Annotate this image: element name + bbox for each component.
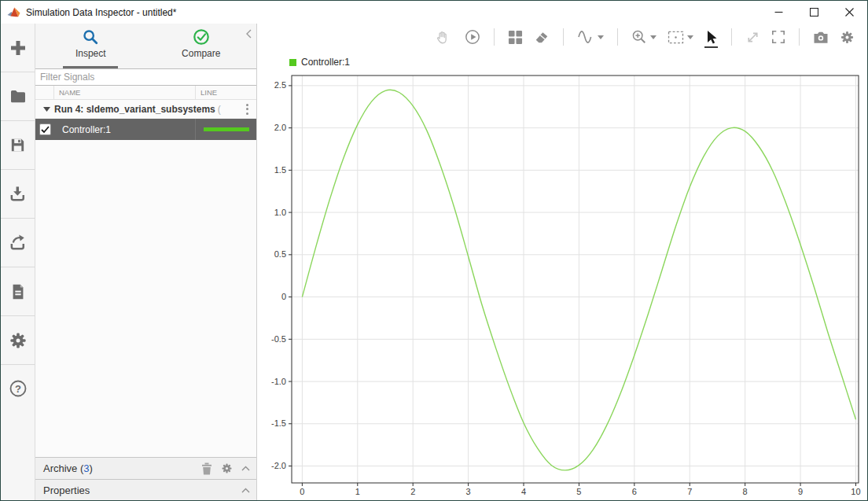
preferences-button[interactable] bbox=[1, 316, 35, 365]
settings-gear-icon bbox=[840, 30, 855, 45]
maximize-button[interactable] bbox=[796, 1, 832, 24]
pointer-icon bbox=[704, 30, 718, 45]
import-icon bbox=[9, 185, 27, 203]
help-button[interactable]: ? bbox=[1, 365, 35, 500]
minimize-icon bbox=[774, 8, 783, 17]
app-window: Simulation Data Inspector - untitled* bbox=[0, 0, 868, 501]
close-button[interactable] bbox=[832, 1, 867, 24]
svg-text:1.0: 1.0 bbox=[274, 208, 286, 217]
svg-text:9: 9 bbox=[798, 487, 803, 496]
fullscreen-button[interactable] bbox=[771, 30, 785, 44]
add-button[interactable] bbox=[1, 24, 35, 72]
tab-inspect[interactable]: Inspect bbox=[35, 24, 146, 68]
svg-text:2.0: 2.0 bbox=[274, 123, 286, 132]
signal-line-cell bbox=[195, 119, 256, 140]
replay-icon bbox=[465, 29, 480, 45]
plot-legend: Controller:1 bbox=[257, 50, 867, 74]
expand-icon bbox=[745, 30, 760, 45]
preferences-gear-icon bbox=[9, 331, 28, 350]
kebab-menu-icon[interactable] bbox=[245, 102, 250, 116]
toolbar-separator bbox=[494, 28, 495, 46]
save-icon bbox=[9, 136, 27, 154]
toolbar-separator bbox=[799, 28, 800, 46]
trash-icon[interactable] bbox=[201, 462, 212, 475]
plot-settings-button[interactable] bbox=[840, 30, 855, 45]
replay-button[interactable] bbox=[465, 29, 480, 45]
pointer-tool-button[interactable] bbox=[704, 30, 718, 48]
svg-text:5: 5 bbox=[576, 487, 581, 496]
tab-compare-label: Compare bbox=[182, 48, 220, 59]
signal-generator-button[interactable] bbox=[577, 30, 604, 44]
checkbox-column-header bbox=[35, 86, 54, 99]
layout-grid-button[interactable] bbox=[508, 30, 523, 45]
signal-checkbox[interactable] bbox=[39, 123, 51, 135]
eraser-icon bbox=[534, 30, 550, 45]
report-button[interactable] bbox=[1, 267, 35, 316]
dropdown-caret-icon bbox=[650, 35, 657, 39]
svg-text:2: 2 bbox=[410, 487, 415, 496]
dropdown-caret-icon bbox=[687, 35, 693, 39]
signal-row[interactable]: Controller:1 bbox=[35, 119, 256, 140]
magnifier-icon bbox=[82, 28, 99, 46]
check-circle-icon bbox=[193, 28, 210, 46]
legend-label: Controller:1 bbox=[301, 57, 350, 68]
pan-hand-button[interactable] bbox=[435, 30, 450, 45]
svg-text:0.5: 0.5 bbox=[274, 249, 286, 259]
svg-text:?: ? bbox=[15, 383, 21, 395]
svg-text:-1.5: -1.5 bbox=[271, 418, 286, 428]
zoom-in-button[interactable] bbox=[631, 29, 657, 45]
fit-to-view-button[interactable] bbox=[668, 31, 693, 44]
signal-list-empty-area bbox=[35, 140, 256, 457]
filter-signals-input[interactable] bbox=[35, 68, 256, 86]
tab-inspect-label: Inspect bbox=[75, 48, 106, 59]
export-icon bbox=[9, 234, 27, 252]
signal-line-swatch bbox=[204, 127, 249, 131]
open-folder-icon bbox=[9, 87, 28, 106]
properties-label: Properties bbox=[43, 484, 90, 496]
svg-text:1: 1 bbox=[355, 487, 360, 496]
run-group-row[interactable]: Run 4: sldemo_variant_subsystems ( bbox=[35, 100, 256, 119]
svg-text:-0.5: -0.5 bbox=[271, 334, 286, 344]
collapse-up-chevron-icon[interactable] bbox=[241, 488, 250, 493]
matlab-logo-icon bbox=[7, 6, 20, 19]
plot-panel: Controller:1 0123456789102.52.01.51.00.5… bbox=[257, 24, 867, 500]
snapshot-button[interactable] bbox=[813, 31, 829, 44]
panel-tabs: Inspect Compare bbox=[35, 24, 256, 68]
svg-text:-1.0: -1.0 bbox=[271, 377, 286, 386]
svg-text:0: 0 bbox=[281, 292, 286, 301]
fullscreen-icon bbox=[771, 30, 785, 44]
collapse-up-chevron-icon[interactable] bbox=[241, 466, 250, 471]
eraser-button[interactable] bbox=[534, 30, 550, 45]
plot-canvas[interactable]: 0123456789102.52.01.51.00.50-0.5-1.0-1.5… bbox=[257, 74, 867, 500]
layout-grid-icon bbox=[508, 30, 523, 45]
save-button[interactable] bbox=[1, 121, 35, 170]
svg-text:7: 7 bbox=[687, 487, 692, 496]
minimize-button[interactable] bbox=[761, 1, 796, 24]
expand-plot-button[interactable] bbox=[745, 30, 760, 45]
signal-generator-icon bbox=[577, 30, 594, 44]
dropdown-caret-icon bbox=[598, 35, 604, 39]
legend-swatch bbox=[289, 59, 296, 66]
open-button[interactable] bbox=[1, 72, 35, 121]
toolbar-separator bbox=[617, 28, 618, 46]
line-column-header: LINE bbox=[195, 86, 256, 99]
add-icon bbox=[9, 39, 28, 57]
properties-section-header[interactable]: Properties bbox=[35, 479, 256, 500]
svg-text:-2.0: -2.0 bbox=[271, 461, 286, 470]
expand-triangle-icon[interactable] bbox=[43, 107, 50, 112]
tab-compare[interactable]: Compare bbox=[146, 24, 257, 68]
run-group-label: Run 4: sldemo_variant_subsystems bbox=[54, 104, 215, 115]
window-title: Simulation Data Inspector - untitled* bbox=[26, 7, 761, 18]
archive-gear-icon[interactable] bbox=[221, 462, 233, 474]
archive-count: 3 bbox=[83, 462, 89, 474]
checkmark-icon bbox=[41, 126, 50, 134]
left-toolbar: ? bbox=[1, 24, 35, 500]
titlebar: Simulation Data Inspector - untitled* bbox=[1, 1, 867, 24]
import-button[interactable] bbox=[1, 170, 35, 219]
collapse-panel-chevron-icon[interactable] bbox=[245, 28, 252, 39]
svg-text:0: 0 bbox=[300, 487, 304, 496]
plot-toolbar bbox=[257, 24, 867, 50]
signal-name: Controller:1 bbox=[54, 124, 195, 135]
archive-section-header[interactable]: Archive (3) bbox=[35, 457, 256, 479]
export-button[interactable] bbox=[1, 219, 35, 267]
